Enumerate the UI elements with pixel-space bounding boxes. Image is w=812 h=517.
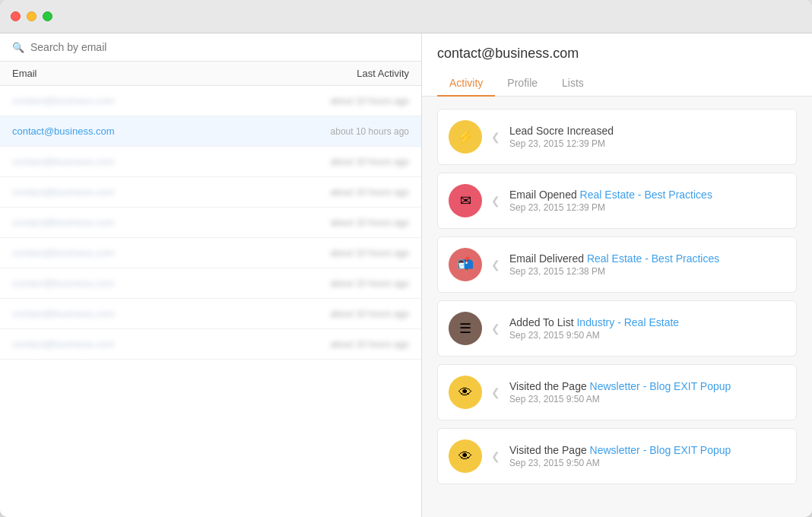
activity-title: Visited the Page Newsletter - Blog EXIT …: [509, 380, 785, 392]
contact-last-activity: about 10 hours ago: [303, 309, 409, 319]
activity-icon: ✉: [449, 184, 482, 217]
titlebar: [0, 0, 812, 33]
chevron-right-icon: ❮: [491, 131, 500, 143]
contact-last-activity: about 10 hours ago: [303, 96, 409, 106]
activity-link[interactable]: Real Estate - Best Practices: [580, 189, 712, 201]
search-input[interactable]: [30, 41, 409, 53]
contact-email: contact@business.com: [12, 278, 303, 289]
list-item[interactable]: contact@business.comabout 10 hours ago: [0, 147, 421, 177]
chevron-right-icon: ❮: [491, 450, 500, 462]
activity-item: ☰❮Added To List Industry - Real EstateSe…: [437, 300, 797, 357]
list-item[interactable]: contact@business.comabout 10 hours ago: [0, 238, 421, 268]
search-icon: 🔍: [12, 42, 24, 53]
main-content: 🔍 Email Last Activity contact@business.c…: [0, 33, 812, 517]
activity-date: Sep 23, 2015 12:38 PM: [509, 266, 785, 277]
activity-title: Lead Socre Increased: [509, 125, 785, 137]
left-panel: 🔍 Email Last Activity contact@business.c…: [0, 33, 422, 517]
close-button[interactable]: [11, 11, 21, 21]
activity-date: Sep 23, 2015 12:39 PM: [509, 202, 785, 213]
contact-last-activity: about 10 hours ago: [303, 248, 409, 258]
list-item[interactable]: contact@business.comabout 10 hours ago: [0, 208, 421, 238]
contact-email: contact@business.com: [12, 308, 303, 319]
tab-bar: ActivityProfileLists: [437, 71, 797, 96]
activity-feed: ⚡❮Lead Socre IncreasedSep 23, 2015 12:39…: [422, 97, 812, 517]
activity-date: Sep 23, 2015 9:50 AM: [509, 330, 785, 341]
activity-icon: 👁: [449, 439, 482, 473]
list-item[interactable]: contact@business.comabout 10 hours ago: [0, 116, 421, 147]
activity-link[interactable]: Newsletter - Blog EXIT Popup: [590, 444, 731, 456]
activity-icon: ⚡: [449, 120, 482, 154]
chevron-right-icon: ❮: [491, 386, 500, 398]
contact-title: contact@business.com: [437, 46, 797, 62]
activity-item: 👁❮Visited the Page Newsletter - Blog EXI…: [437, 364, 797, 420]
search-bar: 🔍: [0, 33, 421, 62]
activity-content: Added To List Industry - Real EstateSep …: [509, 316, 785, 341]
contact-last-activity: about 10 hours ago: [303, 187, 409, 198]
activity-icon: 👁: [449, 376, 482, 409]
activity-title: Visited the Page Newsletter - Blog EXIT …: [509, 444, 785, 456]
contact-email: contact@business.com: [12, 338, 303, 350]
activity-link[interactable]: Industry - Real Estate: [576, 316, 679, 328]
activity-date: Sep 23, 2015 12:39 PM: [509, 138, 785, 149]
column-headers: Email Last Activity: [0, 62, 421, 86]
activity-date: Sep 23, 2015 9:50 AM: [509, 394, 785, 404]
list-item[interactable]: contact@business.comabout 10 hours ago: [0, 329, 421, 360]
contact-last-activity: about 10 hours ago: [303, 339, 409, 350]
tab-activity[interactable]: Activity: [437, 71, 495, 97]
contact-email: contact@business.com: [12, 186, 303, 198]
list-item[interactable]: contact@business.comabout 10 hours ago: [0, 268, 421, 299]
activity-item: ✉❮Email Opened Real Estate - Best Practi…: [437, 173, 797, 229]
activity-item: ⚡❮Lead Socre IncreasedSep 23, 2015 12:39…: [437, 109, 797, 165]
activity-link[interactable]: Newsletter - Blog EXIT Popup: [590, 380, 731, 392]
contact-last-activity: about 10 hours ago: [303, 278, 409, 289]
contact-email: contact@business.com: [12, 125, 303, 137]
contact-last-activity: about 10 hours ago: [303, 126, 409, 137]
chevron-right-icon: ❮: [491, 322, 500, 335]
contact-last-activity: about 10 hours ago: [303, 157, 409, 167]
activity-content: Email Opened Real Estate - Best Practice…: [509, 189, 785, 213]
list-item[interactable]: contact@business.comabout 10 hours ago: [0, 299, 421, 329]
contact-list: contact@business.comabout 10 hours agoco…: [0, 86, 421, 517]
tab-profile[interactable]: Profile: [495, 71, 550, 97]
activity-date: Sep 23, 2015 9:50 AM: [509, 458, 785, 468]
right-header: contact@business.com ActivityProfileList…: [422, 33, 812, 97]
activity-item: 📬❮Email Delivered Real Estate - Best Pra…: [437, 236, 797, 293]
activity-icon: 📬: [449, 248, 482, 281]
maximize-button[interactable]: [43, 11, 52, 21]
contact-email: contact@business.com: [12, 156, 303, 167]
chevron-right-icon: ❮: [491, 258, 500, 271]
traffic-lights: [11, 11, 52, 21]
activity-content: Email Delivered Real Estate - Best Pract…: [509, 252, 785, 277]
contact-email: contact@business.com: [12, 247, 303, 258]
contact-last-activity: about 10 hours ago: [303, 217, 409, 228]
col-email-header: Email: [12, 68, 303, 79]
contact-email: contact@business.com: [12, 217, 303, 228]
list-item[interactable]: contact@business.comabout 10 hours ago: [0, 86, 421, 116]
activity-icon: ☰: [449, 312, 482, 345]
activity-content: Visited the Page Newsletter - Blog EXIT …: [509, 444, 785, 468]
col-activity-header: Last Activity: [303, 68, 409, 79]
activity-link[interactable]: Real Estate - Best Practices: [587, 252, 719, 265]
right-panel: contact@business.com ActivityProfileList…: [422, 33, 812, 517]
activity-content: Lead Socre IncreasedSep 23, 2015 12:39 P…: [509, 125, 785, 149]
list-item[interactable]: contact@business.comabout 10 hours ago: [0, 177, 421, 208]
activity-content: Visited the Page Newsletter - Blog EXIT …: [509, 380, 785, 404]
contact-email: contact@business.com: [12, 95, 303, 106]
activity-title: Email Opened Real Estate - Best Practice…: [509, 189, 785, 201]
activity-title: Added To List Industry - Real Estate: [509, 316, 785, 328]
chevron-right-icon: ❮: [491, 195, 500, 207]
activity-title: Email Delivered Real Estate - Best Pract…: [509, 252, 785, 265]
app-window: 🔍 Email Last Activity contact@business.c…: [0, 0, 812, 517]
minimize-button[interactable]: [27, 11, 36, 21]
tab-lists[interactable]: Lists: [550, 71, 596, 97]
activity-item: 👁❮Visited the Page Newsletter - Blog EXI…: [437, 428, 797, 484]
